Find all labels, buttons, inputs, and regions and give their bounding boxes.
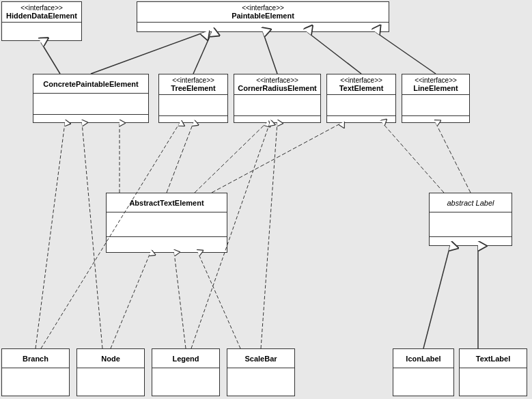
svg-line-14 — [111, 253, 150, 348]
legend-name: Legend — [172, 355, 199, 363]
node-name: Node — [101, 355, 120, 363]
abstract-text-box: AbstractTextElement — [106, 193, 227, 253]
svg-line-7 — [195, 123, 266, 193]
node-box: Node — [76, 348, 145, 396]
svg-line-4 — [307, 32, 361, 74]
abstract-label-box: abstract Label — [429, 193, 512, 246]
scalebar-box: ScaleBar — [227, 348, 295, 396]
svg-line-8 — [212, 123, 341, 193]
corner-radius-box: <<interface>> CornerRadiusElement — [234, 74, 321, 123]
paintable-stereotype: <<interface>> — [242, 4, 284, 12]
svg-line-0 — [41, 42, 60, 74]
svg-line-3 — [263, 32, 277, 74]
svg-line-9 — [436, 123, 471, 193]
svg-line-10 — [382, 123, 444, 193]
svg-line-15 — [174, 253, 186, 348]
svg-line-6 — [167, 123, 193, 193]
textlabel-name: TextLabel — [476, 355, 511, 363]
branch-box: Branch — [1, 348, 70, 396]
iconlabel-box: IconLabel — [393, 348, 454, 396]
text-element-name: TextElement — [339, 84, 384, 92]
corner-radius-name: CornerRadiusElement — [238, 84, 317, 92]
svg-line-18 — [261, 123, 277, 348]
paintable-element-box: <<interface>> PaintableElement — [137, 1, 389, 32]
tree-name: TreeElement — [171, 84, 215, 92]
legend-box: Legend — [152, 348, 220, 396]
paintable-name: PaintableElement — [232, 12, 294, 20]
line-element-box: <<interface>> LineElement — [402, 74, 470, 123]
scalebar-name: ScaleBar — [244, 355, 277, 363]
tree-element-box: <<interface>> TreeElement — [158, 74, 228, 123]
abstract-text-name: AbstractTextElement — [129, 199, 204, 207]
diagram-container: <<interface>> HiddenDataElement <<interf… — [0, 0, 532, 399]
svg-line-17 — [198, 253, 240, 348]
iconlabel-name: IconLabel — [406, 355, 440, 363]
abstract-label-name: abstract Label — [447, 199, 494, 207]
branch-name: Branch — [23, 355, 48, 363]
hidden-data-element-name: HiddenDataElement — [6, 12, 77, 20]
hidden-data-element-box: <<interface>> HiddenDataElement — [1, 1, 82, 41]
svg-line-5 — [376, 32, 436, 74]
hidden-data-element-stereotype: <<interface>> — [20, 4, 63, 12]
svg-line-19 — [423, 246, 450, 348]
svg-line-1 — [91, 32, 205, 74]
line-element-name: LineElement — [413, 84, 458, 92]
svg-line-2 — [193, 32, 212, 74]
svg-line-13 — [82, 123, 102, 348]
concrete-paintable-box: ConcretePaintableElement — [33, 74, 149, 123]
concrete-name: ConcretePaintableElement — [43, 80, 138, 88]
textlabel-box: TextLabel — [459, 348, 527, 396]
svg-line-11 — [36, 123, 65, 348]
text-element-box: <<interface>> TextElement — [326, 74, 396, 123]
